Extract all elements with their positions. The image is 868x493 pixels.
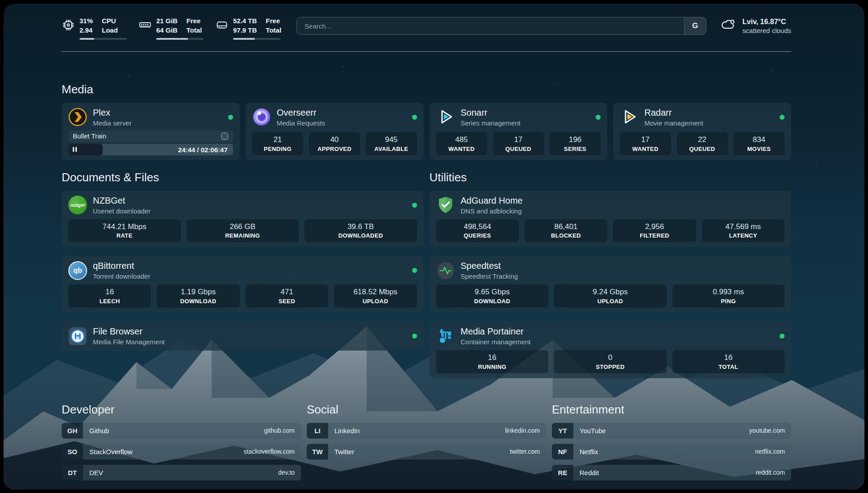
bookmark-url: github.com [264,427,301,434]
bookmark-abbr: SO [62,444,83,460]
bookmark-twitter[interactable]: TW Twitter twitter.com [307,444,546,460]
stats-row: 17WANTED 22QUEUED 834MOVIES [620,128,785,155]
search-input[interactable] [297,17,684,34]
top-bar: 31%2.94 CPULoad [62,4,791,40]
bookmark-netflix[interactable]: NF Netflix netflix.com [552,444,791,460]
header-divider [62,51,791,52]
bookmark-group-social: Social LI LinkedIn linkedin.com TW Twitt… [307,378,546,465]
bookmark-group-developer: Developer GH Github github.com SO StackO… [62,378,301,486]
app-subtitle: Usenet downloader [93,207,150,215]
bookmark-url: linkedin.com [505,427,546,434]
app-card-qbittorrent[interactable]: qb qBittorrent Torrent downloader 16LEEC… [62,256,424,313]
stat-running: 16RUNNING [436,350,549,373]
pause-icon[interactable] [73,147,77,152]
bookmark-group-entertainment: Entertainment YT YouTube youtube.com NF … [552,378,791,486]
bookmark-url: twitter.com [510,448,546,455]
disk-total-label: Total [266,25,281,35]
weather-condition: scattered clouds [743,27,791,34]
bookmark-url: stackoverflow.com [244,448,301,455]
app-card-sonarr[interactable]: Sonarr Series management 485WANTED 17QUE… [430,103,608,160]
stat-downloaded: 39.6 TBDOWNLOADED [305,219,417,242]
playback-progress-bar[interactable]: 24:44 / 02:06:47 [68,144,233,155]
bookmark-abbr: TW [307,444,328,460]
status-dot [412,115,417,120]
bookmark-name: LinkedIn [328,427,360,435]
weather-location-temp: Lviv, 16.87°C [743,17,791,27]
bookmark-reddit[interactable]: RE Reddit reddit.com [552,465,791,480]
stat-leech: 16LEECH [68,284,151,308]
cpu-label: CPU [102,16,118,25]
disk-progress-bar [233,38,280,40]
section-title-entertainment: Entertainment [552,403,791,417]
cpu-load: 2.94 [79,25,93,35]
app-title: Media Portainer [461,326,531,337]
memory-total-label: Total [187,25,202,35]
memory-free-label: Free [187,16,202,25]
stat-pending: 21PENDING [252,132,303,155]
filebrowser-icon [68,327,87,346]
app-card-plex[interactable]: Plex Media server Bullet Train [62,103,240,160]
stat-wanted: 17WANTED [620,132,671,155]
bookmark-dev[interactable]: DT DEV dev.to [62,465,301,480]
bookmark-url: dev.to [278,469,301,476]
bookmark-name: Github [83,427,109,435]
app-title: Speedtest [461,261,518,271]
stat-total: 16TOTAL [672,350,785,373]
bookmark-stackoverflow[interactable]: SO StackOverflow stackoverflow.com [62,444,301,460]
app-card-filebrowser[interactable]: File Browser Media File Management [62,322,424,351]
bookmark-name: YouTube [573,427,606,435]
bookmark-linkedin[interactable]: LI LinkedIn linkedin.com [307,423,546,439]
bookmark-name: StackOverflow [83,448,133,455]
app-card-adguard[interactable]: AdGuard Home DNS and adblocking 498,564Q… [430,191,792,247]
stats-row: 744.21 MbpsRATE 266 GBREMAINING 39.6 TBD… [68,215,417,242]
app-card-overseerr[interactable]: Overseerr Media Requests 21PENDING 40APP… [246,103,424,160]
system-metrics: 31%2.94 CPULoad [62,16,281,40]
stat-download: 1.19 GbpsDOWNLOAD [157,284,239,308]
status-dot [780,115,785,120]
playback-time: 24:44 / 02:06:47 [178,146,228,153]
adguard-icon [436,196,455,214]
app-title: File Browser [93,326,165,337]
app-card-nzbget[interactable]: nzbget NZBGet Usenet downloader 744.21 M… [62,191,424,247]
section-title-utilities: Utilities [430,171,792,184]
stat-upload: 9.24 GbpsUPLOAD [554,284,667,308]
plex-now-playing: Bullet Train 24:44 / 02:06:47 [68,127,233,155]
portainer-icon [436,327,455,346]
app-subtitle: Torrent downloader [93,272,150,280]
search-provider-button[interactable]: G [684,17,706,34]
bookmark-github[interactable]: GH Github github.com [62,423,301,439]
bookmark-abbr: RE [552,465,573,480]
app-title: Plex [93,108,132,118]
stat-upload: 618.52 MbpsUPLOAD [334,284,417,308]
bookmark-youtube[interactable]: YT YouTube youtube.com [552,423,791,439]
weather-widget: Lviv, 16.87°C scattered clouds [720,17,791,34]
bookmark-name: DEV [83,469,103,476]
bookmark-abbr: NF [552,444,573,460]
media-disc-icon [221,132,229,140]
app-title: qBittorrent [93,261,150,271]
memory-total: 64 GiB [156,25,178,35]
bookmark-abbr: DT [62,465,83,480]
app-title: Overseerr [277,108,325,118]
app-card-radarr[interactable]: Radarr Movie management 17WANTED 22QUEUE… [613,103,791,160]
app-title: Sonarr [461,108,521,118]
stats-row: 16LEECH 1.19 GbpsDOWNLOAD 471SEED 618.52… [68,280,417,308]
bookmark-url: youtube.com [749,427,791,434]
stat-available: 945AVAILABLE [366,132,417,155]
stat-filtered: 2,956FILTERED [613,219,696,242]
app-card-speedtest[interactable]: Speedtest Speedtest Tracking 9.65 GbpsDO… [430,256,792,313]
bookmark-abbr: GH [62,423,83,439]
memory-icon [138,18,152,40]
bookmark-url: netflix.com [755,448,791,455]
status-dot [412,203,417,208]
stat-queued: 22QUEUED [677,132,728,155]
search-bar[interactable]: G [296,17,706,35]
app-card-portainer[interactable]: Media Portainer Container management 16R… [430,322,792,378]
app-subtitle: DNS and adblocking [461,207,523,215]
app-subtitle: Media Requests [277,119,325,127]
stat-latency: 47.569 msLATENCY [702,219,785,242]
now-playing-title: Bullet Train [73,132,106,140]
cpu-icon [62,18,75,40]
section-title-media: Media [62,83,791,96]
bookmark-abbr: YT [552,423,573,439]
